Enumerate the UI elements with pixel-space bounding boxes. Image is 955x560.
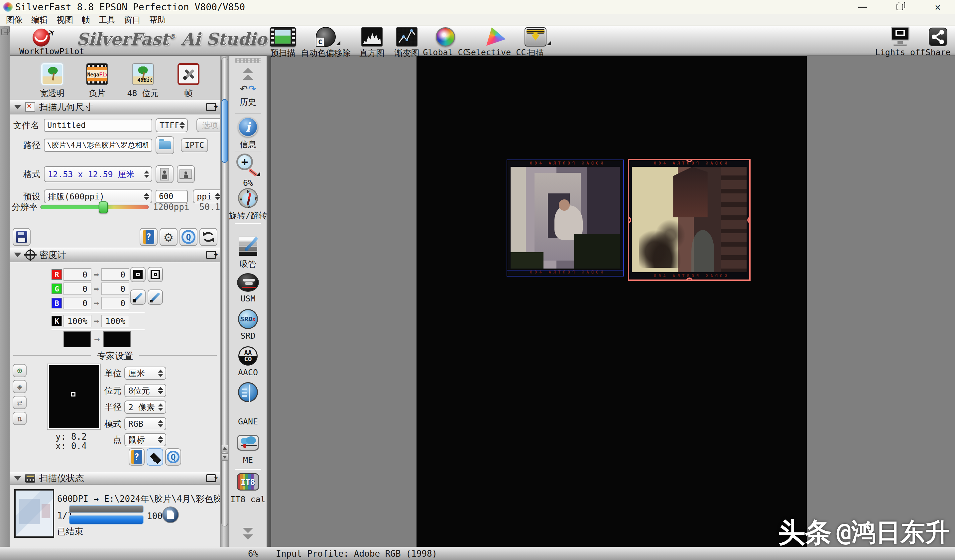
- reset-button[interactable]: [199, 228, 218, 246]
- save-settings-button[interactable]: [13, 228, 31, 246]
- help-icon: ?: [131, 450, 142, 464]
- share-button[interactable]: Share: [910, 27, 955, 57]
- scanner-status-header[interactable]: 扫描仪状态: [10, 472, 220, 485]
- menu-view[interactable]: 视图: [56, 14, 73, 25]
- unit-dropdown[interactable]: 厘米: [124, 366, 166, 380]
- film-frame-2-active[interactable]: KODAK PORTRA 400 KODAK PORTRA 400: [628, 159, 751, 281]
- film-frame-1[interactable]: KODAK PORTRA 400 KODAK PORTRA 400: [507, 160, 624, 277]
- scrollbar-up-button[interactable]: [221, 445, 228, 452]
- radius-dropdown[interactable]: 2 像素: [124, 400, 166, 414]
- menu-tools[interactable]: 工具: [99, 14, 115, 25]
- point-dropdown[interactable]: 鼠标: [124, 433, 166, 446]
- title-bar: SilverFast 8.8 EPSON Perfection V800/V85…: [0, 0, 955, 14]
- rail-tool-it8[interactable]: IT8 IT8 cal: [229, 473, 266, 504]
- flip-horizontal-button[interactable]: ⇄: [13, 396, 27, 409]
- frame-type-transparency[interactable]: 宽透明: [34, 63, 70, 99]
- channel-r-chip: R: [52, 269, 62, 280]
- scrollbar-down-button[interactable]: [221, 453, 228, 461]
- rail-tool-info[interactable]: i 信息: [229, 117, 266, 150]
- scanner-status-body: 600DPI → E:\2024年\胶片\4月\彩色胶片\罗总 1/1 100%…: [10, 485, 220, 547]
- frame-handle-left[interactable]: [628, 217, 631, 223]
- pixel-zoom-view[interactable]: [47, 364, 100, 429]
- frame-type-negative[interactable]: NegaFix 负片: [79, 63, 115, 99]
- preview-canvas[interactable]: KODAK PORTRA 400 KODAK PORTRA 400 KODAK …: [416, 56, 807, 547]
- frame-type-frame[interactable]: 帧: [170, 63, 207, 99]
- auto-color-cast-icon: C: [316, 27, 336, 47]
- rail-grip-handle[interactable]: [235, 58, 261, 63]
- resolution-slider[interactable]: [40, 205, 149, 209]
- detach-panel-icon[interactable]: [206, 103, 216, 111]
- workflow-pilot-button[interactable]: ✈: [33, 27, 52, 47]
- expert-mode-button[interactable]: [147, 448, 163, 466]
- restore-button[interactable]: [888, 0, 911, 14]
- densitometer-body: R 0 ➡ 0 G 0 ➡ 0 B 0 ➡ 0 K 100% ➡: [10, 262, 220, 349]
- scrollbar-thumb[interactable]: [221, 99, 228, 163]
- frame-handle-bottom[interactable]: [686, 277, 693, 281]
- divider: [235, 469, 261, 469]
- minimize-button[interactable]: [851, 0, 874, 14]
- menu-help[interactable]: 帮助: [149, 14, 166, 25]
- filename-input[interactable]: [44, 119, 152, 132]
- menu-edit[interactable]: 编辑: [31, 14, 48, 25]
- menu-window[interactable]: 窗口: [124, 14, 141, 25]
- black-point-button[interactable]: [130, 267, 146, 282]
- settings-button[interactable]: ⚙: [160, 228, 177, 246]
- detach-panel-icon[interactable]: [206, 474, 216, 482]
- spinner-arrows-icon: [157, 420, 164, 427]
- panel-scrollbar[interactable]: [220, 56, 229, 547]
- restore-panel-icon[interactable]: [2, 28, 8, 35]
- up-arrow-icon: [243, 68, 253, 73]
- fit-view-button[interactable]: ◈: [13, 380, 27, 393]
- rail-scroll-down-button[interactable]: [243, 528, 253, 540]
- expert-video-button[interactable]: Q: [165, 448, 181, 466]
- flip-vertical-button[interactable]: ⇅: [13, 412, 27, 425]
- scan-section-header[interactable]: ✕ 扫描几何尺寸: [10, 100, 220, 114]
- aaco-icon: AACO: [238, 346, 258, 366]
- iptc-button[interactable]: IPTC: [181, 138, 208, 152]
- scan-button[interactable]: 扫描: [507, 27, 564, 58]
- frame-type-48bit[interactable]: 48Bit 48 位元: [125, 63, 161, 99]
- densitometer-section-header[interactable]: 密度计: [10, 247, 220, 262]
- white-point-button[interactable]: [147, 267, 163, 282]
- mode-dropdown[interactable]: RGB: [124, 417, 166, 430]
- rail-scroll-up-button[interactable]: [243, 68, 253, 80]
- path-label: 路径: [13, 139, 44, 151]
- watermark-handle: @鸿日东升: [836, 516, 950, 549]
- help-button[interactable]: ?: [139, 228, 158, 246]
- filetype-dropdown[interactable]: TIFF: [155, 118, 188, 132]
- main-toolbar: ✈ WorkflowPilot SilverFast® Ai Studio 预扫…: [10, 26, 955, 56]
- portrait-orientation-button[interactable]: [155, 165, 174, 183]
- landscape-orientation-button[interactable]: [177, 165, 195, 183]
- rail-tool-me[interactable]: ME: [229, 435, 266, 465]
- white-pipette-button[interactable]: [147, 289, 163, 305]
- save-icon: [16, 231, 27, 242]
- rail-tool-usm[interactable]: USM: [229, 273, 266, 303]
- rail-tool-pipette[interactable]: 吸管: [229, 236, 266, 269]
- status-bar: 6% Input Profile: Adobe RGB (1998): [0, 547, 955, 560]
- rail-tool-aaco[interactable]: AACO AACO: [229, 346, 266, 377]
- resolution-slider-thumb[interactable]: [99, 202, 108, 213]
- black-pipette-button[interactable]: [130, 289, 146, 305]
- expand-zoom-button[interactable]: ⊕: [13, 364, 27, 377]
- open-file-button[interactable]: [162, 507, 179, 523]
- detach-panel-icon[interactable]: [206, 251, 216, 259]
- rail-tool-history[interactable]: ↶↷ 历史: [229, 81, 266, 107]
- browse-folder-button[interactable]: [155, 136, 174, 154]
- options-button[interactable]: 选项: [196, 118, 224, 132]
- expert-help-button[interactable]: ?: [128, 448, 145, 466]
- format-dropdown[interactable]: 12.53 x 12.59 厘米: [44, 166, 152, 182]
- rail-tool-rotate-flip[interactable]: N E S W 旋转/翻转: [229, 188, 266, 221]
- path-input[interactable]: [44, 139, 152, 152]
- help-icon: ?: [143, 230, 154, 244]
- close-button[interactable]: ×: [926, 0, 949, 14]
- rail-tool-gane[interactable]: GANE: [229, 382, 266, 426]
- global-cc-button[interactable]: Global CC: [417, 27, 474, 57]
- menu-frame[interactable]: 帧: [82, 14, 90, 25]
- scan-thumbnail[interactable]: [14, 489, 54, 538]
- frame-handle-right[interactable]: [747, 217, 751, 223]
- rail-tool-srd[interactable]: SRDx SRD: [229, 309, 266, 341]
- menu-image[interactable]: 图像: [6, 14, 23, 25]
- rail-tool-zoom[interactable]: + 6%: [229, 153, 266, 188]
- video-help-button[interactable]: Q: [180, 228, 197, 246]
- bit-dropdown[interactable]: 8位元: [124, 384, 166, 397]
